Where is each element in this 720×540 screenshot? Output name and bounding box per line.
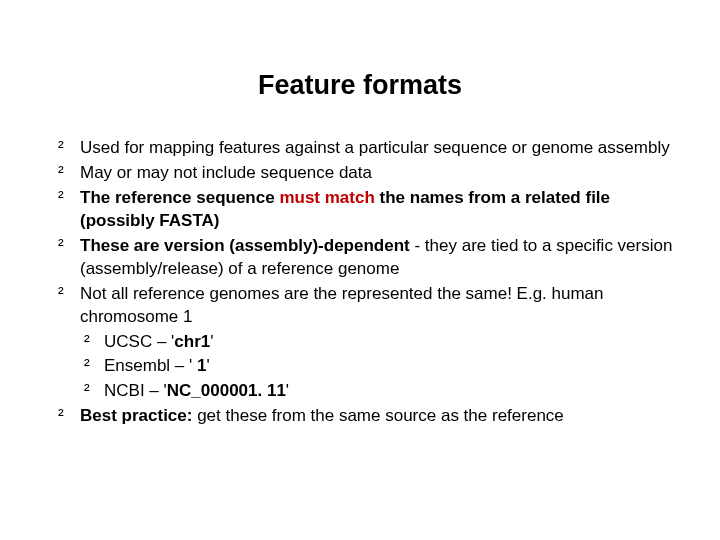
item-text: ' xyxy=(206,356,209,375)
item-text-bold: Best practice: xyxy=(80,406,192,425)
item-text: Not all reference genomes are the repres… xyxy=(80,284,604,326)
list-item: UCSC – 'chr1' xyxy=(80,331,680,354)
item-text: Used for mapping features against a part… xyxy=(80,138,670,157)
sub-list: UCSC – 'chr1' Ensembl – ' 1' NCBI – 'NC_… xyxy=(80,331,680,404)
item-text-bold: The reference sequence xyxy=(80,188,279,207)
item-text-emphasis: must match xyxy=(279,188,374,207)
item-text: ' xyxy=(210,332,213,351)
item-text-bold: These are version (assembly)-dependent xyxy=(80,236,410,255)
item-text: May or may not include sequence data xyxy=(80,163,372,182)
list-item: Used for mapping features against a part… xyxy=(40,137,680,160)
bullet-list: Used for mapping features against a part… xyxy=(40,137,680,428)
list-item: May or may not include sequence data xyxy=(40,162,680,185)
list-item: Ensembl – ' 1' xyxy=(80,355,680,378)
slide-title: Feature formats xyxy=(40,70,680,101)
list-item: The reference sequence must match the na… xyxy=(40,187,680,233)
item-text: Ensembl – ' xyxy=(104,356,192,375)
item-text-bold: chr1 xyxy=(174,332,210,351)
item-text-bold: NC_000001. 11 xyxy=(167,381,286,400)
item-text: ' xyxy=(286,381,289,400)
item-text: get these from the same source as the re… xyxy=(192,406,563,425)
item-text: UCSC – ' xyxy=(104,332,174,351)
list-item: Not all reference genomes are the repres… xyxy=(40,283,680,404)
list-item: Best practice: get these from the same s… xyxy=(40,405,680,428)
item-text: NCBI – ' xyxy=(104,381,167,400)
list-item: NCBI – 'NC_000001. 11' xyxy=(80,380,680,403)
item-text-bold: 1 xyxy=(192,356,206,375)
list-item: These are version (assembly)-dependent -… xyxy=(40,235,680,281)
